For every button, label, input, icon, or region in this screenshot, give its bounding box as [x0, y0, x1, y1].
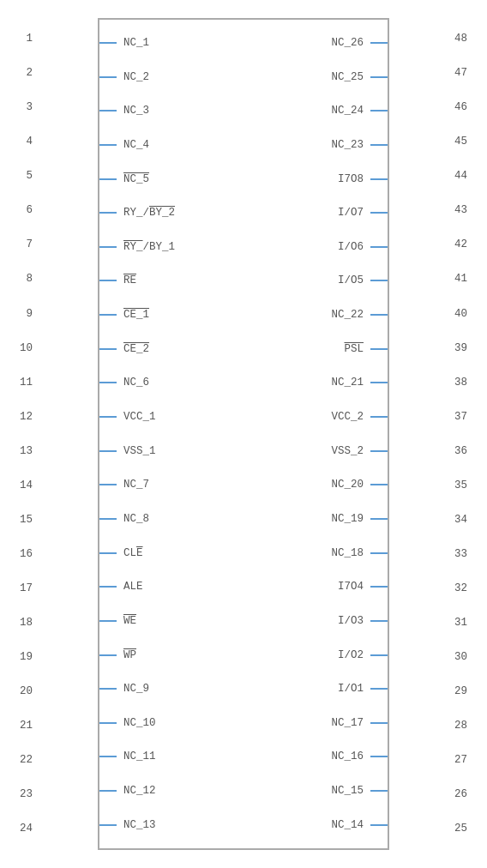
- pin-45-label: NC_23: [331, 139, 370, 151]
- pin-17: ALE: [99, 579, 175, 594]
- pin-15-line: [99, 518, 117, 520]
- pin-5-line: [99, 178, 117, 180]
- pin-47: NC_25: [331, 69, 388, 85]
- pin-1-label: NC_1: [117, 37, 149, 49]
- pin-num-19: 19: [12, 652, 33, 663]
- pin-num-37: 37: [454, 412, 475, 423]
- pin-num-45: 45: [454, 136, 475, 148]
- pin-24-line: [99, 824, 117, 826]
- pin-39-label: PSL: [344, 343, 370, 355]
- pin-num-17: 17: [12, 583, 33, 594]
- pin-num-26: 26: [454, 789, 475, 800]
- pin-20-line: [99, 688, 117, 690]
- pin-2-line: [99, 76, 117, 78]
- pin-13-label: VSS_1: [117, 445, 156, 457]
- pin-1: NC_1: [99, 35, 175, 51]
- pin-23-label: NC_12: [117, 785, 156, 797]
- pin-num-33: 33: [454, 549, 475, 560]
- pin-24-label: NC_13: [117, 819, 156, 831]
- pin-44-label: I7O8: [338, 173, 370, 185]
- pin-13-line: [99, 450, 117, 452]
- pin-14-label: NC_7: [117, 479, 149, 491]
- pin-29-label: I/O1: [338, 683, 370, 695]
- pin-23-line: [99, 790, 117, 792]
- pin-num-10: 10: [12, 343, 33, 354]
- pin-19-label: WP: [117, 649, 136, 661]
- pin-47-line: [370, 76, 388, 78]
- pin-4: NC_4: [99, 137, 175, 153]
- pin-33-label: NC_18: [331, 547, 370, 559]
- pin-32-label: I7O4: [338, 581, 370, 593]
- pin-8-line: [99, 280, 117, 281]
- pin-34-line: [370, 518, 388, 520]
- pin-2: NC_2: [99, 69, 175, 85]
- pin-8: RE: [99, 273, 175, 288]
- pin-44-line: [370, 178, 388, 180]
- pin-48: NC_26: [331, 35, 388, 51]
- pin-num-13: 13: [12, 446, 33, 457]
- pin-32-line: [370, 586, 388, 588]
- pin-41-label: I/O5: [338, 274, 370, 286]
- pin-42-line: [370, 246, 388, 248]
- pin-33-line: [370, 552, 388, 554]
- pin-6-label: RY_/BY_2: [117, 207, 175, 219]
- pin-12: VCC_1: [99, 409, 175, 425]
- pin-num-41: 41: [454, 274, 475, 285]
- pin-41-line: [370, 280, 388, 281]
- pin-num-1: 1: [12, 33, 33, 45]
- pin-34-label: NC_19: [331, 513, 370, 525]
- pin-9-label: CE_1: [117, 309, 149, 321]
- pin-26: NC_15: [331, 783, 388, 799]
- pin-28-line: [370, 722, 388, 724]
- pin-4-line: [99, 144, 117, 146]
- pin-45: NC_23: [331, 137, 388, 153]
- pin-16-line: [99, 552, 117, 554]
- pin-27: NC_16: [331, 749, 388, 764]
- pin-4-label: NC_4: [117, 139, 149, 151]
- pin-3-line: [99, 110, 117, 112]
- ic-body: NC_1 NC_2 NC_3 NC_4 NC_5: [98, 18, 389, 850]
- pin-16: CLE: [99, 546, 175, 561]
- pin-20: NC_9: [99, 681, 175, 696]
- pin-num-40: 40: [454, 309, 475, 320]
- pin-num-38: 38: [454, 377, 475, 389]
- pin-32: I7O4: [338, 579, 388, 594]
- pin-30: I/O2: [338, 648, 388, 663]
- pin-43-line: [370, 212, 388, 214]
- pin-47-label: NC_25: [331, 71, 370, 83]
- pin-num-14: 14: [12, 480, 33, 491]
- pin-6: RY_/BY_2: [99, 205, 175, 220]
- pin-num-11: 11: [12, 377, 33, 389]
- pin-36-line: [370, 450, 388, 452]
- pin-34: NC_19: [331, 511, 388, 527]
- pin-3-label: NC_3: [117, 105, 149, 117]
- pin-22-line: [99, 756, 117, 757]
- pin-num-46: 46: [454, 102, 475, 113]
- pin-22-label: NC_11: [117, 750, 156, 763]
- pin-31-label: I/O3: [338, 615, 370, 627]
- pin-13: VSS_1: [99, 443, 175, 459]
- pin-num-47: 47: [454, 68, 475, 79]
- page: 1 2 3 4 5 6 7 8 9 10 11 12 13 14 15 16 1…: [0, 0, 487, 868]
- pin-14-line: [99, 484, 117, 485]
- pin-num-29: 29: [454, 686, 475, 697]
- pin-46: NC_24: [331, 103, 388, 118]
- pin-38-label: NC_21: [331, 377, 370, 389]
- pin-19: WP: [99, 648, 175, 663]
- pin-num-31: 31: [454, 618, 475, 629]
- pin-27-label: NC_16: [331, 750, 370, 763]
- pin-18: WE: [99, 613, 175, 629]
- pin-num-21: 21: [12, 720, 33, 732]
- pin-9-line: [99, 314, 117, 316]
- pin-num-16: 16: [12, 549, 33, 560]
- pin-31: I/O3: [338, 613, 388, 629]
- pin-12-label: VCC_1: [117, 411, 156, 423]
- pin-14: NC_7: [99, 477, 175, 492]
- pin-20-label: NC_9: [117, 683, 149, 695]
- pin-num-32: 32: [454, 583, 475, 594]
- pin-7-line: [99, 246, 117, 248]
- pin-num-42: 42: [454, 239, 475, 250]
- pin-21-line: [99, 722, 117, 724]
- pin-35-label: NC_20: [331, 479, 370, 491]
- pin-12-line: [99, 416, 117, 418]
